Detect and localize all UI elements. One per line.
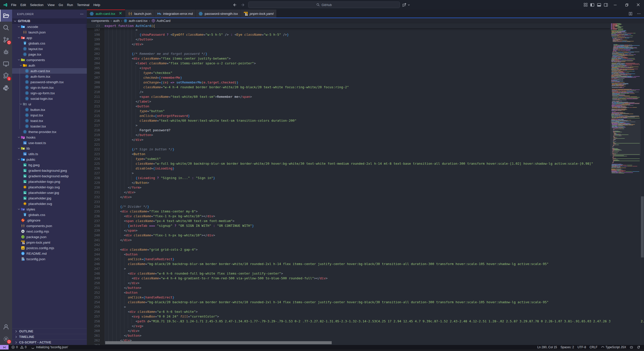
more-actions-icon[interactable]	[80, 12, 84, 16]
tree-item-layout.tsx[interactable]: layout.tsx	[12, 46, 87, 52]
tree-item-gradient-background.jpeg[interactable]: gradient-background.jpeg	[12, 168, 87, 173]
close-tab-icon[interactable]	[119, 11, 122, 16]
vertical-scrollbar[interactable]	[641, 196, 644, 257]
tab-pnpm-lock.yaml[interactable]: pnpm-lock.yaml	[241, 10, 277, 18]
status-robot[interactable]	[628, 345, 635, 349]
menu-go[interactable]: Go	[57, 0, 65, 10]
activity-item-extensions[interactable]: 1	[0, 70, 12, 82]
split-editor-icon[interactable]	[628, 12, 633, 16]
tree-item-public[interactable]: public	[12, 157, 87, 162]
tree-item-.vscode[interactable]: .vscode	[12, 24, 87, 29]
tree-item-auth-form.tsx[interactable]: auth-form.tsx	[12, 74, 87, 79]
tree-item-sign-up-form.tsx[interactable]: sign-up-form.tsx	[12, 90, 87, 96]
tree-item-bg.jpeg[interactable]: bg.jpeg	[12, 162, 87, 168]
tree-item-app[interactable]: app	[12, 35, 87, 40]
toggle-panel-icon[interactable]	[596, 0, 602, 10]
sidebar-section-outline[interactable]: OUTLINE	[12, 328, 87, 334]
nav-back-icon[interactable]	[233, 3, 237, 7]
status-utf-8[interactable]: UTF-8	[576, 345, 588, 349]
tree-item-auth-card.tsx[interactable]: auth-card.tsx	[12, 68, 87, 74]
tree-item-ui[interactable]: ui	[12, 101, 87, 107]
menu-edit[interactable]: Edit	[18, 0, 28, 10]
activity-item-remote-explorer[interactable]	[0, 58, 12, 70]
breadcrumb-item-authcard[interactable]: AuthCard	[151, 19, 170, 23]
tree-item-toast.tsx[interactable]: toast.tsx	[12, 118, 87, 123]
code-viewport[interactable]: 197 >198 {showPassword ? <EyeOff classNa…	[87, 23, 610, 345]
menu-terminal[interactable]: Terminal	[75, 0, 91, 10]
tree-item-sign-in-form.tsx[interactable]: sign-in-form.tsx	[12, 85, 87, 90]
copilot-menu-button[interactable]	[402, 0, 410, 10]
minimap-slider[interactable]	[610, 120, 641, 156]
breadcrumb-item-components[interactable]: components	[91, 19, 109, 23]
remote-indicator[interactable]	[0, 345, 9, 349]
menu-file[interactable]: File	[9, 0, 18, 10]
tree-item-.gitignore[interactable]: .gitignore	[12, 217, 87, 223]
tree-item-launch.json[interactable]: launch.json	[12, 29, 87, 35]
tree-item-globals.css[interactable]: 3globals.css	[12, 40, 87, 46]
tree-item-postcss.config.mjs[interactable]: JSpostcss.config.mjs	[12, 245, 87, 251]
activity-item-settings[interactable]	[0, 333, 12, 345]
tree-item-button.tsx[interactable]: button.tsx	[12, 107, 87, 112]
horizontal-scrollbar[interactable]	[105, 341, 332, 344]
menu-help[interactable]: Help	[91, 0, 102, 10]
sticky-scroll-line[interactable]: 23export function AuthCard({	[87, 23, 610, 28]
status-ln-280-col-15[interactable]: Ln 280, Col 15	[536, 345, 559, 349]
menu-run[interactable]: Run	[65, 0, 75, 10]
tree-item-next.config.mjs[interactable]: Nnext.config.mjs	[12, 229, 87, 234]
tree-item-use-toast.ts[interactable]: TSuse-toast.ts	[12, 140, 87, 146]
window-minimize-button[interactable]	[609, 0, 621, 10]
tree-item-styles[interactable]: styles	[12, 206, 87, 212]
tree-item-placeholder.svg[interactable]: placeholder.svg	[12, 201, 87, 206]
toggle-sidebar-left-icon[interactable]	[589, 0, 596, 10]
tree-item-page.tsx[interactable]: page.tsx	[12, 52, 87, 57]
problems-indicator[interactable]: 0 0	[9, 345, 28, 349]
layout-grid-icon[interactable]	[582, 0, 589, 10]
status-spaces-2[interactable]: Spaces: 2	[559, 345, 576, 349]
tree-item-placeholder-logo.png[interactable]: placeholder-logo.png	[12, 179, 87, 184]
explorer-section-github[interactable]: GITHUB	[12, 18, 87, 24]
menu-selection[interactable]: Selection	[28, 0, 45, 10]
tab-launch.json[interactable]: launch.json	[125, 10, 154, 18]
toggle-sidebar-right-icon[interactable]	[602, 0, 609, 10]
tree-item-package.json[interactable]: JSpackage.json	[12, 234, 87, 240]
status-bell-dot[interactable]	[635, 345, 642, 349]
tree-item-toaster.tsx[interactable]: toaster.tsx	[12, 123, 87, 129]
tree-item-globals.css[interactable]: 3globals.css	[12, 212, 87, 217]
tree-item-placeholder-logo.svg[interactable]: placeholder-logo.svg	[12, 184, 87, 190]
activity-item-debug[interactable]	[0, 46, 12, 58]
tree-item-components[interactable]: components	[12, 57, 87, 63]
tree-item-readme.md[interactable]: iREADME.md	[12, 251, 87, 256]
status-typescript-jsx[interactable]: TypeScript JSX	[599, 345, 628, 349]
sidebar-section-timeline[interactable]: TIMELINE	[12, 334, 87, 339]
activity-item-accounts[interactable]	[0, 321, 12, 333]
tree-item-pnpm-lock.yaml[interactable]: pnpm-lock.yaml	[12, 240, 87, 245]
editor-more-actions-icon[interactable]	[637, 12, 641, 16]
activity-item-source-control[interactable]	[0, 34, 12, 46]
minimap[interactable]	[610, 23, 641, 345]
tree-item-lib[interactable]: lib	[12, 146, 87, 151]
tab-password-strength.tsx[interactable]: password-strength.tsx	[196, 10, 241, 18]
tree-item-placeholder.jpg[interactable]: placeholder.jpg	[12, 195, 87, 201]
sidebar-section-cs-script-active[interactable]: CS-SCRIPT - ACTIVE	[12, 339, 87, 345]
tree-item-tsconfig.json[interactable]: TStsconfig.json	[12, 256, 87, 262]
tree-item-hooks[interactable]: hooks	[12, 135, 87, 140]
tree-item-gradient-background.webp[interactable]: gradient-background.webp	[12, 173, 87, 179]
tree-item-components.json[interactable]: components.json	[12, 223, 87, 229]
window-close-button[interactable]	[632, 0, 644, 10]
tree-item-placeholder-user.jpg[interactable]: placeholder-user.jpg	[12, 190, 87, 195]
tree-item-theme-provider.tsx[interactable]: theme-provider.tsx	[12, 129, 87, 135]
tab-auth-card.tsx[interactable]: auth-card.tsx	[87, 10, 125, 18]
breadcrumb-item-auth-card.tsx[interactable]: auth-card.tsx	[124, 19, 147, 23]
activity-item-python[interactable]	[0, 82, 12, 94]
tree-item-utils.ts[interactable]: TSutils.ts	[12, 151, 87, 157]
command-center-search[interactable]: GitHub	[248, 2, 400, 8]
activity-item-explorer[interactable]	[0, 10, 12, 22]
tree-item-social-login.tsx[interactable]: social-login.tsx	[12, 96, 87, 101]
tree-item-password-strength.tsx[interactable]: password-strength.tsx	[12, 79, 87, 85]
breadcrumb-item-auth[interactable]: auth	[113, 19, 120, 23]
activity-item-search[interactable]	[0, 22, 12, 34]
nav-forward-icon[interactable]	[241, 3, 245, 7]
status-crlf[interactable]: CRLF	[588, 345, 599, 349]
tab-integration-error.md[interactable]: integration-error.md	[154, 10, 196, 18]
tree-item-auth[interactable]: auth	[12, 63, 87, 68]
